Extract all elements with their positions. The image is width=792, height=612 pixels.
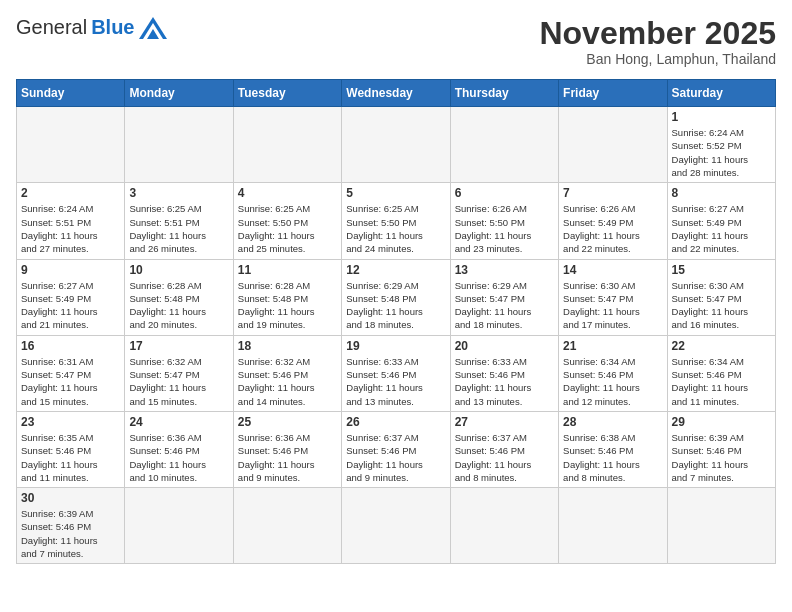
day-info: Sunrise: 6:28 AM Sunset: 5:48 PM Dayligh… (129, 279, 228, 332)
calendar-day-cell (342, 107, 450, 183)
day-info: Sunrise: 6:33 AM Sunset: 5:46 PM Dayligh… (455, 355, 554, 408)
calendar-week-row: 16Sunrise: 6:31 AM Sunset: 5:47 PM Dayli… (17, 335, 776, 411)
day-info: Sunrise: 6:25 AM Sunset: 5:50 PM Dayligh… (238, 202, 337, 255)
day-info: Sunrise: 6:25 AM Sunset: 5:50 PM Dayligh… (346, 202, 445, 255)
day-info: Sunrise: 6:25 AM Sunset: 5:51 PM Dayligh… (129, 202, 228, 255)
calendar-day-cell: 4Sunrise: 6:25 AM Sunset: 5:50 PM Daylig… (233, 183, 341, 259)
day-number: 25 (238, 415, 337, 429)
weekday-header: Thursday (450, 80, 558, 107)
calendar-day-cell: 27Sunrise: 6:37 AM Sunset: 5:46 PM Dayli… (450, 411, 558, 487)
day-number: 8 (672, 186, 771, 200)
day-number: 5 (346, 186, 445, 200)
day-number: 19 (346, 339, 445, 353)
calendar-day-cell: 3Sunrise: 6:25 AM Sunset: 5:51 PM Daylig… (125, 183, 233, 259)
day-number: 2 (21, 186, 120, 200)
day-number: 18 (238, 339, 337, 353)
day-number: 14 (563, 263, 662, 277)
calendar-day-cell (125, 107, 233, 183)
calendar-day-cell: 21Sunrise: 6:34 AM Sunset: 5:46 PM Dayli… (559, 335, 667, 411)
logo-blue-text: Blue (91, 16, 134, 39)
day-info: Sunrise: 6:36 AM Sunset: 5:46 PM Dayligh… (238, 431, 337, 484)
day-number: 29 (672, 415, 771, 429)
calendar-day-cell (559, 488, 667, 564)
day-info: Sunrise: 6:38 AM Sunset: 5:46 PM Dayligh… (563, 431, 662, 484)
day-number: 27 (455, 415, 554, 429)
day-info: Sunrise: 6:31 AM Sunset: 5:47 PM Dayligh… (21, 355, 120, 408)
day-number: 7 (563, 186, 662, 200)
weekday-header: Sunday (17, 80, 125, 107)
calendar-day-cell: 20Sunrise: 6:33 AM Sunset: 5:46 PM Dayli… (450, 335, 558, 411)
title-block: November 2025 Ban Hong, Lamphun, Thailan… (539, 16, 776, 67)
day-info: Sunrise: 6:32 AM Sunset: 5:47 PM Dayligh… (129, 355, 228, 408)
calendar-week-row: 1Sunrise: 6:24 AM Sunset: 5:52 PM Daylig… (17, 107, 776, 183)
day-number: 22 (672, 339, 771, 353)
calendar-day-cell: 17Sunrise: 6:32 AM Sunset: 5:47 PM Dayli… (125, 335, 233, 411)
day-number: 15 (672, 263, 771, 277)
weekday-header: Tuesday (233, 80, 341, 107)
weekday-header: Saturday (667, 80, 775, 107)
day-info: Sunrise: 6:37 AM Sunset: 5:46 PM Dayligh… (346, 431, 445, 484)
day-info: Sunrise: 6:33 AM Sunset: 5:46 PM Dayligh… (346, 355, 445, 408)
calendar-day-cell: 11Sunrise: 6:28 AM Sunset: 5:48 PM Dayli… (233, 259, 341, 335)
day-info: Sunrise: 6:39 AM Sunset: 5:46 PM Dayligh… (672, 431, 771, 484)
calendar-day-cell (233, 107, 341, 183)
month-title: November 2025 (539, 16, 776, 51)
calendar-day-cell (559, 107, 667, 183)
weekday-header: Friday (559, 80, 667, 107)
day-info: Sunrise: 6:34 AM Sunset: 5:46 PM Dayligh… (672, 355, 771, 408)
calendar-header-row: SundayMondayTuesdayWednesdayThursdayFrid… (17, 80, 776, 107)
day-info: Sunrise: 6:29 AM Sunset: 5:48 PM Dayligh… (346, 279, 445, 332)
day-number: 20 (455, 339, 554, 353)
day-number: 26 (346, 415, 445, 429)
day-number: 16 (21, 339, 120, 353)
calendar-table: SundayMondayTuesdayWednesdayThursdayFrid… (16, 79, 776, 564)
calendar-day-cell: 8Sunrise: 6:27 AM Sunset: 5:49 PM Daylig… (667, 183, 775, 259)
weekday-header: Monday (125, 80, 233, 107)
calendar-day-cell (667, 488, 775, 564)
day-info: Sunrise: 6:34 AM Sunset: 5:46 PM Dayligh… (563, 355, 662, 408)
calendar-day-cell: 1Sunrise: 6:24 AM Sunset: 5:52 PM Daylig… (667, 107, 775, 183)
calendar-day-cell: 26Sunrise: 6:37 AM Sunset: 5:46 PM Dayli… (342, 411, 450, 487)
day-info: Sunrise: 6:26 AM Sunset: 5:50 PM Dayligh… (455, 202, 554, 255)
calendar-day-cell: 28Sunrise: 6:38 AM Sunset: 5:46 PM Dayli… (559, 411, 667, 487)
location-text: Ban Hong, Lamphun, Thailand (539, 51, 776, 67)
day-info: Sunrise: 6:27 AM Sunset: 5:49 PM Dayligh… (672, 202, 771, 255)
calendar-day-cell: 5Sunrise: 6:25 AM Sunset: 5:50 PM Daylig… (342, 183, 450, 259)
calendar-day-cell: 25Sunrise: 6:36 AM Sunset: 5:46 PM Dayli… (233, 411, 341, 487)
calendar-day-cell (125, 488, 233, 564)
calendar-day-cell: 12Sunrise: 6:29 AM Sunset: 5:48 PM Dayli… (342, 259, 450, 335)
calendar-day-cell: 30Sunrise: 6:39 AM Sunset: 5:46 PM Dayli… (17, 488, 125, 564)
calendar-day-cell (342, 488, 450, 564)
day-info: Sunrise: 6:30 AM Sunset: 5:47 PM Dayligh… (672, 279, 771, 332)
day-info: Sunrise: 6:32 AM Sunset: 5:46 PM Dayligh… (238, 355, 337, 408)
day-number: 30 (21, 491, 120, 505)
day-number: 23 (21, 415, 120, 429)
calendar-day-cell (233, 488, 341, 564)
day-number: 24 (129, 415, 228, 429)
day-number: 10 (129, 263, 228, 277)
calendar-day-cell: 7Sunrise: 6:26 AM Sunset: 5:49 PM Daylig… (559, 183, 667, 259)
calendar-day-cell: 29Sunrise: 6:39 AM Sunset: 5:46 PM Dayli… (667, 411, 775, 487)
day-number: 3 (129, 186, 228, 200)
day-number: 13 (455, 263, 554, 277)
day-info: Sunrise: 6:26 AM Sunset: 5:49 PM Dayligh… (563, 202, 662, 255)
logo-general-text: General (16, 16, 87, 39)
weekday-header: Wednesday (342, 80, 450, 107)
day-info: Sunrise: 6:36 AM Sunset: 5:46 PM Dayligh… (129, 431, 228, 484)
calendar-day-cell: 23Sunrise: 6:35 AM Sunset: 5:46 PM Dayli… (17, 411, 125, 487)
calendar-day-cell: 22Sunrise: 6:34 AM Sunset: 5:46 PM Dayli… (667, 335, 775, 411)
day-number: 21 (563, 339, 662, 353)
day-info: Sunrise: 6:35 AM Sunset: 5:46 PM Dayligh… (21, 431, 120, 484)
page-header: General Blue November 2025 Ban Hong, Lam… (16, 16, 776, 67)
calendar-day-cell: 19Sunrise: 6:33 AM Sunset: 5:46 PM Dayli… (342, 335, 450, 411)
calendar-day-cell: 18Sunrise: 6:32 AM Sunset: 5:46 PM Dayli… (233, 335, 341, 411)
day-info: Sunrise: 6:37 AM Sunset: 5:46 PM Dayligh… (455, 431, 554, 484)
day-info: Sunrise: 6:28 AM Sunset: 5:48 PM Dayligh… (238, 279, 337, 332)
day-number: 1 (672, 110, 771, 124)
calendar-day-cell: 10Sunrise: 6:28 AM Sunset: 5:48 PM Dayli… (125, 259, 233, 335)
calendar-week-row: 9Sunrise: 6:27 AM Sunset: 5:49 PM Daylig… (17, 259, 776, 335)
day-number: 9 (21, 263, 120, 277)
day-number: 6 (455, 186, 554, 200)
day-number: 17 (129, 339, 228, 353)
day-number: 12 (346, 263, 445, 277)
